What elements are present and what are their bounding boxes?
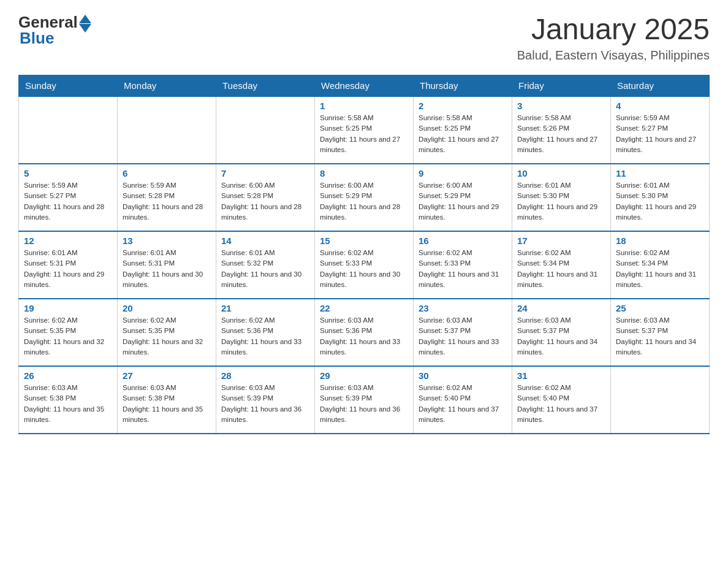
calendar-cell: 14Sunrise: 6:01 AM Sunset: 5:32 PM Dayli… — [216, 231, 315, 299]
calendar-cell: 10Sunrise: 6:01 AM Sunset: 5:30 PM Dayli… — [512, 164, 611, 231]
day-number: 26 — [24, 370, 112, 381]
day-number: 5 — [24, 168, 112, 178]
day-of-week-header: Thursday — [414, 75, 512, 97]
day-info: Sunrise: 5:58 AM Sunset: 5:26 PM Dayligh… — [517, 113, 605, 155]
day-info: Sunrise: 6:03 AM Sunset: 5:38 PM Dayligh… — [24, 383, 112, 425]
day-number: 17 — [517, 236, 605, 246]
day-of-week-header: Monday — [118, 75, 216, 97]
day-number: 23 — [419, 303, 507, 313]
day-number: 19 — [24, 303, 112, 313]
day-number: 9 — [419, 168, 507, 178]
day-number: 4 — [616, 101, 704, 111]
day-info: Sunrise: 6:03 AM Sunset: 5:39 PM Dayligh… — [221, 383, 309, 425]
day-of-week-header: Tuesday — [216, 75, 315, 97]
calendar-cell: 1Sunrise: 5:58 AM Sunset: 5:25 PM Daylig… — [315, 96, 414, 164]
day-number: 20 — [123, 303, 211, 313]
day-info: Sunrise: 6:03 AM Sunset: 5:36 PM Dayligh… — [320, 315, 408, 358]
calendar-cell: 19Sunrise: 6:02 AM Sunset: 5:35 PM Dayli… — [19, 299, 118, 366]
calendar-week-row: 5Sunrise: 5:59 AM Sunset: 5:27 PM Daylig… — [19, 164, 710, 231]
calendar-cell: 23Sunrise: 6:03 AM Sunset: 5:37 PM Dayli… — [414, 299, 512, 366]
day-number: 30 — [419, 370, 507, 381]
page-header: General Blue January 2025 Balud, Eastern… — [18, 12, 710, 63]
location-subtitle: Balud, Eastern Visayas, Philippines — [517, 48, 710, 63]
day-number: 31 — [517, 370, 605, 381]
calendar-cell: 28Sunrise: 6:03 AM Sunset: 5:39 PM Dayli… — [216, 366, 315, 434]
calendar-cell — [216, 96, 315, 164]
calendar-cell — [118, 96, 216, 164]
calendar-cell: 18Sunrise: 6:02 AM Sunset: 5:34 PM Dayli… — [611, 231, 710, 299]
day-info: Sunrise: 5:59 AM Sunset: 5:28 PM Dayligh… — [123, 180, 211, 223]
calendar-cell: 15Sunrise: 6:02 AM Sunset: 5:33 PM Dayli… — [315, 231, 414, 299]
day-of-week-header: Sunday — [19, 75, 118, 97]
day-info: Sunrise: 6:02 AM Sunset: 5:36 PM Dayligh… — [221, 315, 309, 358]
day-number: 10 — [517, 168, 605, 178]
calendar-cell: 13Sunrise: 6:01 AM Sunset: 5:31 PM Dayli… — [118, 231, 216, 299]
day-info: Sunrise: 6:02 AM Sunset: 5:40 PM Dayligh… — [517, 383, 605, 425]
day-number: 1 — [320, 101, 408, 111]
calendar-week-row: 1Sunrise: 5:58 AM Sunset: 5:25 PM Daylig… — [19, 96, 710, 164]
calendar-week-row: 19Sunrise: 6:02 AM Sunset: 5:35 PM Dayli… — [19, 299, 710, 366]
day-number: 24 — [517, 303, 605, 313]
day-number: 16 — [419, 236, 507, 246]
day-info: Sunrise: 6:01 AM Sunset: 5:30 PM Dayligh… — [517, 180, 605, 223]
calendar-cell: 4Sunrise: 5:59 AM Sunset: 5:27 PM Daylig… — [611, 96, 710, 164]
day-number: 22 — [320, 303, 408, 313]
day-info: Sunrise: 5:59 AM Sunset: 5:27 PM Dayligh… — [616, 113, 704, 155]
calendar-cell: 16Sunrise: 6:02 AM Sunset: 5:33 PM Dayli… — [414, 231, 512, 299]
day-number: 18 — [616, 236, 704, 246]
logo: General Blue — [18, 12, 91, 48]
calendar-cell: 9Sunrise: 6:00 AM Sunset: 5:29 PM Daylig… — [414, 164, 512, 231]
day-number: 27 — [123, 370, 211, 381]
calendar-cell: 30Sunrise: 6:02 AM Sunset: 5:40 PM Dayli… — [414, 366, 512, 434]
day-info: Sunrise: 6:03 AM Sunset: 5:38 PM Dayligh… — [123, 383, 211, 425]
day-info: Sunrise: 6:00 AM Sunset: 5:28 PM Dayligh… — [221, 180, 309, 223]
calendar-cell: 21Sunrise: 6:02 AM Sunset: 5:36 PM Dayli… — [216, 299, 315, 366]
day-info: Sunrise: 6:02 AM Sunset: 5:33 PM Dayligh… — [419, 248, 507, 290]
day-info: Sunrise: 6:01 AM Sunset: 5:30 PM Dayligh… — [616, 180, 704, 223]
calendar-cell: 25Sunrise: 6:03 AM Sunset: 5:37 PM Dayli… — [611, 299, 710, 366]
calendar-cell: 2Sunrise: 5:58 AM Sunset: 5:25 PM Daylig… — [414, 96, 512, 164]
day-of-week-header: Friday — [512, 75, 611, 97]
day-info: Sunrise: 5:58 AM Sunset: 5:25 PM Dayligh… — [419, 113, 507, 155]
calendar-cell: 29Sunrise: 6:03 AM Sunset: 5:39 PM Dayli… — [315, 366, 414, 434]
day-info: Sunrise: 6:03 AM Sunset: 5:37 PM Dayligh… — [616, 315, 704, 358]
calendar-week-row: 26Sunrise: 6:03 AM Sunset: 5:38 PM Dayli… — [19, 366, 710, 434]
calendar-cell: 3Sunrise: 5:58 AM Sunset: 5:26 PM Daylig… — [512, 96, 611, 164]
title-area: January 2025 Balud, Eastern Visayas, Phi… — [517, 12, 710, 63]
day-number: 28 — [221, 370, 309, 381]
day-info: Sunrise: 6:02 AM Sunset: 5:34 PM Dayligh… — [616, 248, 704, 290]
day-info: Sunrise: 6:03 AM Sunset: 5:37 PM Dayligh… — [419, 315, 507, 358]
day-number: 8 — [320, 168, 408, 178]
day-number: 25 — [616, 303, 704, 313]
day-info: Sunrise: 6:03 AM Sunset: 5:39 PM Dayligh… — [320, 383, 408, 425]
calendar-cell: 8Sunrise: 6:00 AM Sunset: 5:29 PM Daylig… — [315, 164, 414, 231]
day-info: Sunrise: 6:00 AM Sunset: 5:29 PM Dayligh… — [419, 180, 507, 223]
day-number: 21 — [221, 303, 309, 313]
day-number: 29 — [320, 370, 408, 381]
calendar-cell: 27Sunrise: 6:03 AM Sunset: 5:38 PM Dayli… — [118, 366, 216, 434]
day-info: Sunrise: 5:59 AM Sunset: 5:27 PM Dayligh… — [24, 180, 112, 223]
day-number: 11 — [616, 168, 704, 178]
day-info: Sunrise: 5:58 AM Sunset: 5:25 PM Dayligh… — [320, 113, 408, 155]
logo-blue: Blue — [20, 29, 54, 48]
day-number: 3 — [517, 101, 605, 111]
calendar-cell: 31Sunrise: 6:02 AM Sunset: 5:40 PM Dayli… — [512, 366, 611, 434]
month-title: January 2025 — [517, 12, 710, 46]
calendar-cell — [611, 366, 710, 434]
day-number: 15 — [320, 236, 408, 246]
day-info: Sunrise: 6:02 AM Sunset: 5:33 PM Dayligh… — [320, 248, 408, 290]
day-info: Sunrise: 6:02 AM Sunset: 5:40 PM Dayligh… — [419, 383, 507, 425]
day-of-week-header: Saturday — [611, 75, 710, 97]
calendar-cell: 17Sunrise: 6:02 AM Sunset: 5:34 PM Dayli… — [512, 231, 611, 299]
calendar-cell: 11Sunrise: 6:01 AM Sunset: 5:30 PM Dayli… — [611, 164, 710, 231]
calendar-table: SundayMondayTuesdayWednesdayThursdayFrid… — [18, 75, 710, 434]
day-info: Sunrise: 6:03 AM Sunset: 5:37 PM Dayligh… — [517, 315, 605, 358]
day-number: 14 — [221, 236, 309, 246]
day-number: 2 — [419, 101, 507, 111]
calendar-cell: 5Sunrise: 5:59 AM Sunset: 5:27 PM Daylig… — [19, 164, 118, 231]
calendar-cell — [19, 96, 118, 164]
day-number: 12 — [24, 236, 112, 246]
day-of-week-header: Wednesday — [315, 75, 414, 97]
day-info: Sunrise: 6:02 AM Sunset: 5:34 PM Dayligh… — [517, 248, 605, 290]
calendar-cell: 22Sunrise: 6:03 AM Sunset: 5:36 PM Dayli… — [315, 299, 414, 366]
